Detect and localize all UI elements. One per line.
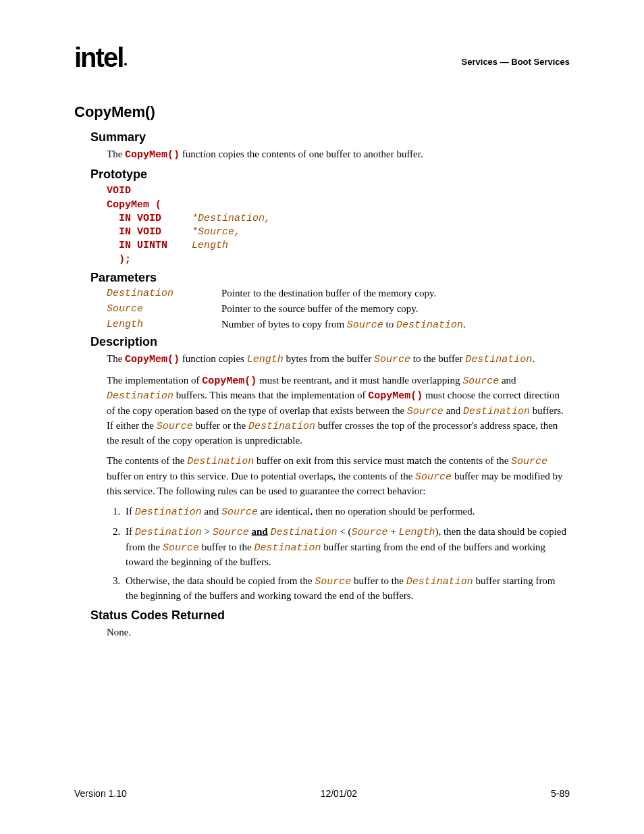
text: bytes from the buffer (284, 353, 374, 364)
text: Otherwise, the data should be copied fro… (126, 575, 315, 586)
header-section-label: Services — Boot Services (462, 57, 570, 71)
param-row: Source Pointer to the source buffer of t… (107, 303, 570, 315)
identifier: Destination (248, 421, 315, 432)
keyword: IN VOID (107, 226, 161, 238)
text: and (499, 375, 516, 386)
keyword: VOID (107, 185, 131, 197)
text: buffer on exit from this service must ma… (254, 455, 511, 466)
text: to the buffer (410, 353, 465, 364)
rules-list: If Destination and Source are identical,… (107, 504, 570, 603)
text: buffer on entry to this service. Due to … (107, 471, 415, 481)
page-footer: Version 1.10 12/01/02 5-89 (74, 788, 570, 799)
prototype-heading: Prototype (90, 167, 570, 182)
text: to (383, 319, 396, 330)
identifier: Destination (465, 354, 532, 365)
fn-name: CopyMem() (125, 354, 180, 365)
keyword: CopyMem ( (107, 199, 161, 211)
footer-date: 12/01/02 (321, 788, 358, 799)
identifier: Destination (135, 506, 202, 518)
desc-para-3: The contents of the Destination buffer o… (107, 454, 570, 498)
identifier: *Destination, (192, 213, 271, 224)
description-body: The CopyMem() function copies Length byt… (107, 352, 570, 498)
rule-item: Otherwise, the data should be copied fro… (123, 574, 570, 603)
text: The (107, 149, 125, 159)
page-header: intel Services — Boot Services (74, 44, 570, 71)
identifier: Source (315, 576, 351, 588)
identifier: Destination (396, 319, 463, 331)
param-desc: Number of bytes to copy from Source to D… (221, 319, 570, 331)
function-title: CopyMem() (74, 103, 570, 121)
identifier: Source (163, 542, 199, 554)
parameters-heading: Parameters (90, 271, 570, 285)
identifier: Source (351, 527, 387, 538)
identifier: Destination (135, 527, 202, 538)
text: The contents of the (107, 455, 187, 466)
identifier: Source (407, 406, 444, 417)
text: . (463, 319, 466, 330)
identifier: Source (347, 319, 383, 331)
keyword: IN VOID (107, 213, 161, 224)
keyword: ); (107, 254, 131, 265)
text: must be reentrant, and it must handle ov… (257, 375, 462, 386)
summary-text: The CopyMem() function copies the conten… (107, 147, 570, 162)
text: The implementation of (107, 375, 202, 386)
text: function copies the contents of one buff… (180, 149, 423, 159)
text: < ( (337, 526, 351, 537)
status-text: None. (107, 625, 570, 639)
identifier: Destination (406, 576, 473, 588)
identifier: Length (398, 527, 435, 538)
identifier: Destination (270, 527, 337, 538)
text: are identical, then no operation should … (258, 506, 475, 517)
param-name: Source (107, 303, 221, 315)
prototype-code: VOID CopyMem ( IN VOID *Destination, IN … (107, 184, 570, 267)
text: buffer to the (351, 575, 406, 586)
text: buffer to the (199, 542, 254, 552)
desc-para-1: The CopyMem() function copies Length byt… (107, 352, 570, 367)
identifier: Source (374, 354, 410, 365)
identifier: Destination (107, 390, 173, 402)
text: and (202, 506, 221, 517)
text: function copies (180, 353, 247, 364)
identifier: Source (462, 375, 499, 387)
text-emphasis: and (252, 526, 268, 537)
text: . (532, 353, 535, 364)
param-row: Destination Pointer to the destination b… (107, 288, 570, 299)
text: > (202, 526, 213, 537)
identifier: Length (192, 240, 228, 251)
fn-name: CopyMem() (202, 375, 257, 387)
identifier: Source (511, 456, 547, 467)
status-heading: Status Codes Returned (90, 608, 570, 623)
keyword: IN UINTN (107, 240, 167, 251)
identifier: *Source, (192, 226, 240, 238)
identifier: Destination (463, 406, 530, 417)
identifier: Destination (187, 456, 254, 467)
text: buffers. This means that the implementat… (173, 390, 368, 400)
param-desc: Pointer to the destination buffer of the… (221, 288, 570, 299)
text: The (107, 353, 125, 364)
rule-item: If Destination and Source are identical,… (123, 504, 570, 519)
param-name: Destination (107, 288, 221, 299)
param-desc: Pointer to the source buffer of the memo… (221, 303, 570, 315)
text: and (444, 405, 463, 416)
rule-item: If Destination > Source and Destination … (123, 525, 570, 569)
fn-name: CopyMem() (368, 390, 423, 402)
summary-heading: Summary (90, 130, 570, 145)
param-row: Length Number of bytes to copy from Sour… (107, 319, 570, 331)
identifier: Source (221, 506, 258, 518)
identifier: Source (213, 527, 249, 538)
text: buffer or the (193, 420, 248, 431)
text: Number of bytes to copy from (221, 319, 347, 330)
text: If (126, 506, 135, 517)
text: + (387, 526, 398, 537)
identifier: Length (247, 354, 284, 365)
intel-logo: intel (74, 44, 127, 71)
param-name: Length (107, 319, 221, 331)
identifier: Source (415, 471, 452, 483)
footer-page: 5-89 (551, 788, 570, 799)
parameters-table: Destination Pointer to the destination b… (107, 288, 570, 331)
footer-version: Version 1.10 (74, 788, 127, 799)
fn-name: CopyMem() (125, 149, 180, 161)
text: If (126, 526, 135, 537)
identifier: Destination (254, 542, 321, 554)
identifier: Source (157, 421, 193, 432)
